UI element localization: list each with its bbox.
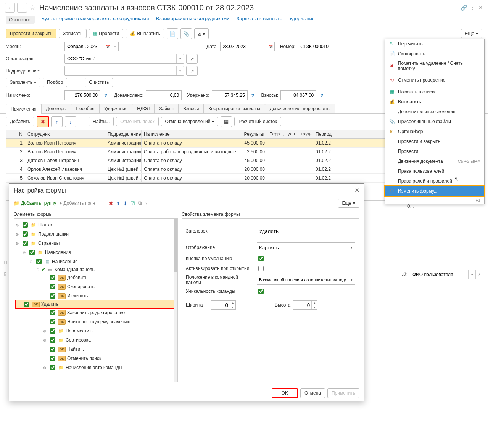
dialog-ok-button[interactable]: OK: [272, 388, 298, 398]
delete-row-button[interactable]: ✖: [37, 116, 49, 127]
tab-4[interactable]: НДФЛ: [132, 104, 155, 113]
tab-2[interactable]: Пособия: [71, 104, 99, 113]
tree-node[interactable]: ⊖📁Начисления: [22, 248, 177, 257]
tab-0[interactable]: Начисления: [6, 104, 42, 114]
tree-node[interactable]: ⊖▦Начисления: [29, 257, 177, 266]
help-q-icon[interactable]: ?: [145, 201, 147, 206]
tree-node[interactable]: OKЗакончить редактирование: [42, 308, 177, 317]
dep-open-icon[interactable]: ↗: [186, 66, 198, 76]
prop-title-input[interactable]: [257, 222, 355, 240]
help-icon[interactable]: ?: [251, 93, 254, 98]
fill-button[interactable]: Заполнить ▾: [6, 78, 40, 87]
tree-node[interactable]: ⊕📁Сортировка: [42, 336, 177, 345]
prop-default-checkbox[interactable]: [258, 256, 264, 261]
contrib-field[interactable]: [280, 90, 316, 100]
find-button[interactable]: Найти...: [89, 117, 114, 126]
tree-node[interactable]: OKОтменить поиск: [42, 354, 177, 363]
col-terr[interactable]: Терр., усл. труда: [267, 130, 313, 138]
tree-node[interactable]: OKДобавить: [42, 273, 177, 282]
prop-height-spinner[interactable]: ▲▼: [293, 300, 317, 310]
tab-3[interactable]: Удержания: [99, 104, 133, 113]
tab-1[interactable]: Договоры: [41, 104, 72, 113]
number-field[interactable]: [298, 42, 339, 51]
nav-tab-settle[interactable]: Взаиморасчеты с сотрудниками: [156, 16, 230, 24]
tree-node[interactable]: OKСкопировать: [42, 282, 177, 291]
more-menu-item[interactable]: ⟲Отменить проведение: [385, 75, 484, 85]
more-menu-item[interactable]: ↻Перечитать: [385, 39, 484, 49]
col-emp[interactable]: Сотрудник: [25, 130, 105, 138]
nav-tab-main[interactable]: Основное: [6, 16, 35, 24]
add-row-button[interactable]: Добавить: [6, 117, 34, 126]
cancel-find-button[interactable]: Отменить поиск: [116, 117, 158, 126]
attach-icon[interactable]: 📎: [180, 28, 192, 39]
org-field[interactable]: ▾: [64, 54, 184, 64]
more-menu-item[interactable]: Дополнительные сведения: [385, 107, 484, 117]
prop-display-select[interactable]: ▾: [257, 242, 355, 252]
paysheet-button[interactable]: Расчетный листок: [234, 117, 281, 126]
extra-field[interactable]: [146, 90, 182, 100]
more-menu-item[interactable]: Права ролей и профилей: [385, 176, 484, 186]
link-icon[interactable]: 🔗: [461, 5, 467, 11]
more-menu-item[interactable]: 🗓Органайзер: [385, 127, 484, 136]
col-n[interactable]: N: [6, 130, 25, 138]
prop-width-spinner[interactable]: ▲▼: [211, 300, 236, 310]
move-down-icon[interactable]: ↓: [65, 116, 76, 127]
tab-5[interactable]: Займы: [154, 104, 179, 113]
kebab-icon[interactable]: ⋮: [470, 5, 475, 11]
favorite-icon[interactable]: ☆: [29, 3, 35, 12]
check-all-icon[interactable]: ☑: [130, 201, 135, 206]
prop-position-select[interactable]: ▾: [257, 275, 355, 285]
move-up-icon[interactable]: ↑: [51, 116, 63, 127]
nav-tab-pay[interactable]: Зарплата к выплате: [236, 16, 282, 24]
post-close-button[interactable]: Провести и закрыть: [6, 29, 56, 38]
more-button[interactable]: Еще ▾: [461, 29, 482, 38]
elements-tree[interactable]: ⊖📁Шапка⊕📁Подвал шапки⊖📁Страницы⊖📁Начисле…: [14, 218, 178, 382]
tab-7[interactable]: Корректировки выплаты: [203, 104, 265, 113]
report-icon[interactable]: 📄: [167, 28, 178, 39]
tab-6[interactable]: Взносы: [178, 104, 204, 113]
prop-activate-checkbox[interactable]: [258, 266, 264, 271]
more-menu-item[interactable]: 📎Присоединенные файлы: [385, 117, 484, 127]
accrued-field[interactable]: [64, 90, 100, 100]
col-dep[interactable]: Подразделение: [105, 130, 142, 138]
prop-unique-checkbox[interactable]: [258, 289, 264, 294]
nav-back[interactable]: ←: [5, 3, 15, 13]
show-details-icon[interactable]: ▦: [221, 116, 232, 127]
responsible-combo[interactable]: ый: ▾↗: [400, 270, 483, 279]
nav-tab-hold[interactable]: Удержания: [289, 16, 315, 24]
more-menu-item[interactable]: Движения документаCtrl+Shift+A: [385, 156, 484, 166]
org-open-icon[interactable]: ↗: [186, 54, 198, 64]
tree-node[interactable]: OKНайти по текущему значению: [42, 317, 177, 326]
more-menu-item[interactable]: 📄Скопировать: [385, 49, 484, 59]
col-per[interactable]: Период: [313, 130, 334, 138]
clear-button[interactable]: Очистить: [85, 78, 113, 87]
copy-icon[interactable]: ⧉: [138, 200, 142, 206]
more-menu-item[interactable]: Права пользователей: [385, 166, 484, 176]
tree-node[interactable]: ⊕📁Подвал шапки: [15, 230, 177, 239]
tree-node[interactable]: OKУдалить: [15, 300, 177, 309]
more-menu-item[interactable]: ⚙Изменить форму...: [384, 185, 485, 197]
tree-node[interactable]: ⊕📁Начисления авто команды: [42, 363, 177, 372]
more-menu-item[interactable]: Провести: [385, 146, 484, 156]
pay-button[interactable]: 💰Выплатить: [126, 29, 164, 38]
tree-node[interactable]: ⊕📁Переместить: [42, 326, 177, 336]
col-acc[interactable]: Начисление: [142, 130, 237, 138]
dialog-more-button[interactable]: Еще ▾: [338, 199, 359, 208]
withheld-field[interactable]: [212, 90, 248, 100]
tree-node[interactable]: ⊖📁Шапка: [15, 220, 177, 230]
tree-node[interactable]: OKИзменить: [42, 291, 177, 300]
post-button[interactable]: ▦Провести: [89, 29, 123, 38]
nav-tab-acc[interactable]: Бухгалтерские взаиморасчеты с сотрудника…: [42, 16, 149, 24]
write-button[interactable]: Записать: [59, 29, 87, 38]
close-icon[interactable]: ✕: [478, 5, 483, 11]
dialog-close-icon[interactable]: ✕: [354, 187, 359, 194]
more-menu-item[interactable]: ▦Показать в списке: [385, 87, 484, 97]
more-menu-item[interactable]: Провести и закрыть: [385, 136, 484, 146]
delete-icon[interactable]: ✖: [109, 201, 113, 206]
more-menu-item[interactable]: 💰Выплатить: [385, 97, 484, 107]
tree-node[interactable]: ⊖📁Страницы: [15, 239, 177, 248]
nav-fwd[interactable]: →: [17, 3, 27, 13]
dialog-cancel-button[interactable]: Отмена: [300, 388, 325, 398]
cancel-fix-button[interactable]: Отмена исправлений ▾: [161, 117, 219, 126]
tree-scrollbar[interactable]: [174, 219, 177, 382]
